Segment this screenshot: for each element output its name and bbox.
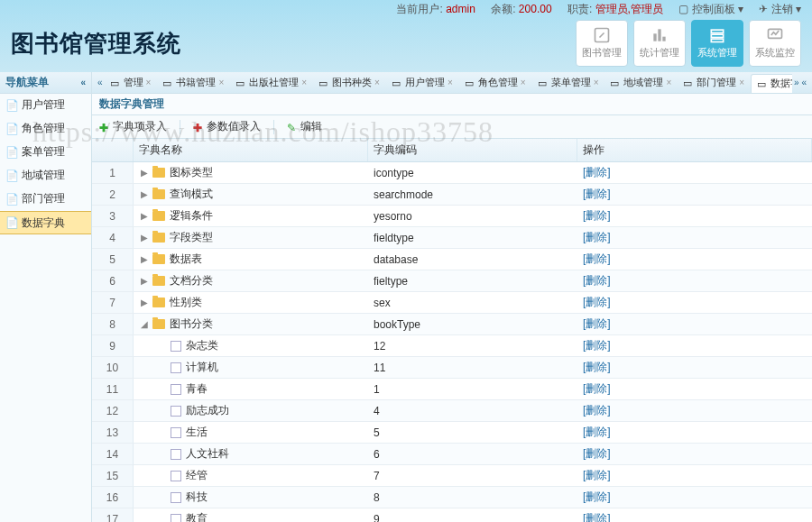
table-row[interactable]: 1▶图标类型icontype[删除] bbox=[92, 162, 812, 184]
delete-link[interactable]: [删除] bbox=[583, 446, 611, 462]
delete-link[interactable]: [删除] bbox=[583, 252, 611, 267]
tab-icon: ▭ bbox=[538, 78, 549, 88]
leaf-icon bbox=[171, 449, 181, 460]
delete-link[interactable]: [删除] bbox=[583, 511, 611, 522]
dict-item-add-button[interactable]: ✚字典项录入 bbox=[99, 119, 167, 134]
leaf-icon bbox=[171, 427, 181, 438]
delete-link[interactable]: [删除] bbox=[583, 381, 611, 397]
svg-rect-2 bbox=[658, 29, 660, 41]
close-icon[interactable]: × bbox=[374, 78, 380, 87]
table-row[interactable]: 2▶查询模式searchmode[删除] bbox=[92, 184, 812, 206]
table-row[interactable]: 4▶字段类型fieldtype[删除] bbox=[92, 227, 812, 249]
table-row[interactable]: 3▶逻辑条件yesorno[删除] bbox=[92, 206, 812, 227]
panel-title: 数据字典管理 bbox=[92, 94, 812, 115]
table-row[interactable]: 16科技8[删除] bbox=[92, 487, 812, 508]
table-row[interactable]: 6▶文档分类fieltype[删除] bbox=[92, 270, 812, 292]
sidebar-item-0[interactable]: 📄用户管理 bbox=[0, 94, 91, 117]
tab-2[interactable]: ▭出版社管理× bbox=[230, 73, 313, 93]
ctrl-panel-button[interactable]: ▢ 控制面板 ▾ bbox=[678, 3, 743, 15]
expand-icon[interactable]: ▶ bbox=[139, 276, 150, 287]
logout-button[interactable]: ✈ 注销 ▾ bbox=[759, 3, 801, 15]
page-icon: 📄 bbox=[5, 193, 18, 206]
sidebar-item-3[interactable]: 📄地域管理 bbox=[0, 164, 91, 188]
tab-3[interactable]: ▭图书种类× bbox=[313, 73, 386, 93]
leaf-icon bbox=[171, 514, 181, 523]
table-row[interactable]: 8◢图书分类bookType[删除] bbox=[92, 314, 812, 335]
delete-link[interactable]: [删除] bbox=[583, 316, 611, 332]
expand-icon[interactable]: ◢ bbox=[139, 319, 150, 330]
delete-link[interactable]: [删除] bbox=[583, 187, 611, 202]
expand-icon[interactable]: ▶ bbox=[139, 211, 150, 222]
edit-button[interactable]: ✎编辑 bbox=[287, 119, 322, 134]
page-icon: 📄 bbox=[5, 123, 18, 135]
tab-1[interactable]: ▭书籍管理× bbox=[157, 73, 230, 93]
folder-icon bbox=[152, 254, 165, 264]
delete-link[interactable]: [删除] bbox=[583, 490, 611, 505]
table-row[interactable]: 9杂志类12[删除] bbox=[92, 335, 812, 357]
param-add-button[interactable]: ✚参数值录入 bbox=[193, 119, 261, 134]
table-row[interactable]: 5▶数据表database[删除] bbox=[92, 249, 812, 270]
table-row[interactable]: 14人文社科6[删除] bbox=[92, 444, 812, 465]
expand-icon[interactable]: ▶ bbox=[139, 233, 150, 243]
table-row[interactable]: 10计算机11[删除] bbox=[92, 357, 812, 379]
sidebar-item-1[interactable]: 📄角色管理 bbox=[0, 117, 91, 141]
sidebar-item-4[interactable]: 📄部门管理 bbox=[0, 188, 91, 211]
monitor-button[interactable]: 系统监控 bbox=[749, 20, 801, 67]
table-row[interactable]: 11青春1[删除] bbox=[92, 379, 812, 400]
tab-9[interactable]: ▭数据字典× bbox=[751, 74, 792, 93]
tab-0[interactable]: ▭管理× bbox=[105, 73, 158, 93]
leaf-icon bbox=[171, 384, 181, 395]
delete-link[interactable]: [删除] bbox=[583, 273, 611, 288]
expand-icon[interactable]: ▶ bbox=[139, 168, 150, 179]
close-icon[interactable]: × bbox=[301, 78, 307, 87]
tab-4[interactable]: ▭用户管理× bbox=[386, 73, 459, 93]
leaf-icon bbox=[171, 492, 181, 503]
table-row[interactable]: 15经管7[删除] bbox=[92, 465, 812, 487]
sidebar-item-5[interactable]: 📄数据字典 bbox=[0, 211, 91, 234]
delete-link[interactable]: [删除] bbox=[583, 468, 611, 483]
delete-link[interactable]: [删除] bbox=[583, 360, 611, 375]
tab-next-icon[interactable]: » « bbox=[792, 78, 808, 87]
tab-prev-icon[interactable]: « bbox=[96, 78, 105, 87]
folder-icon bbox=[152, 276, 165, 286]
table-row[interactable]: 17教育9[删除] bbox=[92, 508, 812, 522]
delete-link[interactable]: [删除] bbox=[583, 403, 611, 418]
close-icon[interactable]: × bbox=[594, 78, 599, 87]
leaf-icon bbox=[171, 341, 181, 352]
expand-icon[interactable]: ▶ bbox=[139, 298, 150, 308]
table-row[interactable]: 13生活5[删除] bbox=[92, 422, 812, 444]
tab-5[interactable]: ▭角色管理× bbox=[459, 73, 532, 93]
close-icon[interactable]: × bbox=[521, 78, 526, 87]
delete-link[interactable]: [删除] bbox=[583, 295, 611, 310]
sidebar-item-2[interactable]: 📄案单管理 bbox=[0, 141, 91, 164]
col-code[interactable]: 字典编码 bbox=[368, 139, 577, 161]
close-icon[interactable]: × bbox=[448, 78, 453, 87]
delete-link[interactable]: [删除] bbox=[583, 425, 611, 440]
close-icon[interactable]: × bbox=[218, 78, 224, 87]
table-row[interactable]: 12励志成功4[删除] bbox=[92, 400, 812, 422]
book-mgmt-button[interactable]: 图书管理 bbox=[576, 20, 628, 67]
monitor-icon bbox=[765, 27, 785, 43]
tab-7[interactable]: ▭地域管理× bbox=[604, 73, 678, 93]
delete-link[interactable]: [删除] bbox=[583, 230, 611, 245]
tab-6[interactable]: ▭菜单管理× bbox=[532, 73, 605, 93]
delete-link[interactable]: [删除] bbox=[583, 338, 611, 353]
expand-icon[interactable]: ▶ bbox=[139, 189, 150, 200]
delete-link[interactable]: [删除] bbox=[583, 165, 611, 180]
delete-link[interactable]: [删除] bbox=[583, 208, 611, 224]
close-icon[interactable]: × bbox=[666, 78, 671, 87]
tab-icon: ▭ bbox=[110, 78, 121, 88]
sys-mgmt-button[interactable]: 系统管理 bbox=[691, 20, 743, 67]
edit-icon bbox=[592, 27, 612, 43]
col-op[interactable]: 操作 bbox=[577, 139, 812, 161]
stat-mgmt-button[interactable]: 统计管理 bbox=[633, 20, 686, 67]
close-icon[interactable]: × bbox=[146, 78, 152, 87]
grid-body[interactable]: 1▶图标类型icontype[删除]2▶查询模式searchmode[删除]3▶… bbox=[92, 162, 812, 522]
expand-icon[interactable]: ▶ bbox=[139, 254, 150, 265]
folder-icon bbox=[152, 168, 165, 178]
close-icon[interactable]: × bbox=[739, 78, 744, 87]
col-name[interactable]: 字典名称 bbox=[134, 139, 368, 161]
collapse-icon[interactable]: « bbox=[80, 78, 86, 87]
tab-8[interactable]: ▭部门管理× bbox=[678, 73, 751, 93]
table-row[interactable]: 7▶性别类sex[删除] bbox=[92, 292, 812, 314]
